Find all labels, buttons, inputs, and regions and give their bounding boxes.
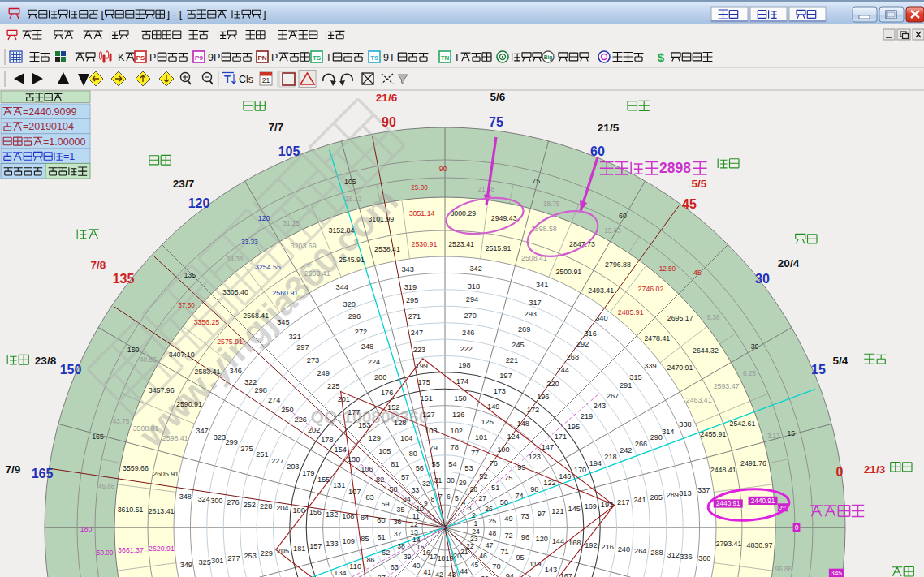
svg-text:316: 316 (584, 329, 596, 338)
svg-text:125: 125 (481, 418, 493, 426)
svg-text:7: 7 (438, 493, 443, 501)
svg-text:=1: =1 (63, 151, 75, 162)
svg-text:50: 50 (500, 498, 508, 506)
svg-text:106: 106 (361, 465, 373, 473)
svg-text:276: 276 (227, 498, 239, 506)
svg-text:265: 265 (650, 493, 662, 502)
svg-text:313: 313 (679, 489, 691, 497)
svg-text:322: 322 (244, 378, 257, 386)
svg-text:46.88: 46.88 (98, 483, 115, 490)
svg-text:9: 9 (424, 499, 428, 507)
svg-text:120: 120 (188, 196, 210, 210)
svg-text:2598.41: 2598.41 (162, 434, 188, 442)
svg-text:43: 43 (448, 571, 456, 577)
svg-text:196: 196 (537, 393, 549, 401)
svg-text:193: 193 (601, 501, 613, 509)
svg-text:83: 83 (365, 493, 373, 502)
svg-text:5/5: 5/5 (692, 178, 707, 190)
svg-text:2796.88: 2796.88 (605, 261, 631, 269)
svg-text:216: 216 (602, 543, 614, 551)
svg-text:195: 195 (568, 423, 580, 431)
svg-text:201: 201 (338, 395, 350, 403)
svg-text:150: 150 (60, 363, 82, 377)
svg-text:270: 270 (464, 312, 476, 320)
svg-text:172: 172 (527, 406, 539, 414)
svg-text:123: 123 (529, 453, 541, 461)
svg-text:73: 73 (520, 512, 529, 520)
svg-text:2746.02: 2746.02 (638, 285, 664, 293)
svg-text:2545.91: 2545.91 (339, 256, 365, 264)
svg-text:2568.41: 2568.41 (243, 312, 269, 320)
svg-text:129: 129 (369, 434, 381, 442)
svg-text:] - [: ] - [ (167, 8, 183, 20)
svg-text:45: 45 (682, 197, 697, 211)
svg-text:147: 147 (542, 443, 554, 451)
svg-text:298: 298 (255, 386, 267, 394)
svg-text:321: 321 (288, 333, 300, 341)
svg-text:131: 131 (333, 481, 345, 489)
svg-text:37: 37 (394, 530, 402, 538)
svg-text:165: 165 (92, 433, 104, 441)
svg-text:121: 121 (551, 507, 563, 515)
svg-text:2793.41: 2793.41 (715, 540, 741, 548)
svg-text:134: 134 (334, 569, 346, 577)
svg-text:9.38: 9.38 (707, 314, 720, 321)
svg-text:275: 275 (240, 445, 253, 453)
svg-text:345: 345 (831, 569, 842, 577)
svg-text:2478.41: 2478.41 (644, 334, 670, 342)
svg-text:75: 75 (504, 474, 512, 482)
svg-text:3101.99: 3101.99 (368, 215, 394, 223)
svg-text:72: 72 (504, 532, 512, 540)
svg-text:2583.41: 2583.41 (195, 368, 221, 376)
svg-text:34.38: 34.38 (227, 256, 244, 263)
svg-text:337: 337 (697, 486, 710, 494)
svg-text:28: 28 (469, 485, 477, 493)
svg-text:70: 70 (492, 562, 500, 571)
svg-text:2448.41: 2448.41 (710, 466, 736, 474)
svg-text:]: ] (263, 8, 266, 20)
svg-text:167: 167 (560, 572, 572, 577)
svg-text:7/8: 7/8 (91, 259, 106, 271)
svg-text:0: 0 (795, 523, 799, 532)
svg-text:2593.47: 2593.47 (714, 382, 740, 390)
svg-text:41: 41 (423, 568, 431, 576)
svg-text:120: 120 (258, 214, 270, 222)
svg-text:225: 225 (327, 382, 339, 390)
svg-text:154: 154 (335, 446, 347, 454)
svg-text:222: 222 (460, 345, 473, 353)
svg-text:272: 272 (355, 328, 367, 336)
svg-text:57: 57 (401, 473, 409, 481)
svg-text:43.75: 43.75 (113, 418, 130, 425)
svg-text:228: 228 (260, 502, 272, 510)
svg-text:347: 347 (196, 427, 208, 435)
svg-text:200: 200 (374, 373, 386, 381)
svg-text:21/3: 21/3 (864, 463, 886, 476)
svg-text:177: 177 (348, 408, 360, 416)
svg-text:96.88: 96.88 (775, 566, 792, 573)
svg-text:143: 143 (545, 566, 557, 574)
svg-text:60: 60 (377, 516, 385, 524)
svg-text:152: 152 (387, 403, 399, 411)
svg-text:3.13: 3.13 (767, 433, 780, 440)
svg-text:155: 155 (317, 476, 330, 484)
svg-text:266: 266 (635, 440, 647, 448)
svg-text:99: 99 (517, 463, 525, 472)
svg-text:20/4: 20/4 (778, 257, 800, 269)
svg-text:25: 25 (488, 517, 496, 525)
svg-text:340: 340 (595, 314, 607, 322)
svg-text:105: 105 (378, 447, 391, 455)
svg-text:178: 178 (321, 436, 333, 444)
svg-text:317: 317 (529, 299, 541, 307)
svg-text:202: 202 (308, 426, 320, 434)
svg-text:52: 52 (479, 472, 487, 480)
svg-text:205: 205 (277, 547, 289, 555)
svg-text:1: 1 (474, 519, 478, 527)
svg-text:165: 165 (32, 467, 54, 480)
svg-text:=2440.9099: =2440.9099 (23, 106, 76, 118)
svg-text:T9: T9 (370, 54, 378, 62)
svg-text:109: 109 (343, 537, 355, 545)
svg-text:203: 203 (287, 463, 299, 471)
svg-text:3305.40: 3305.40 (222, 288, 248, 296)
svg-text:149: 149 (487, 403, 499, 411)
svg-text:145: 145 (568, 505, 581, 513)
